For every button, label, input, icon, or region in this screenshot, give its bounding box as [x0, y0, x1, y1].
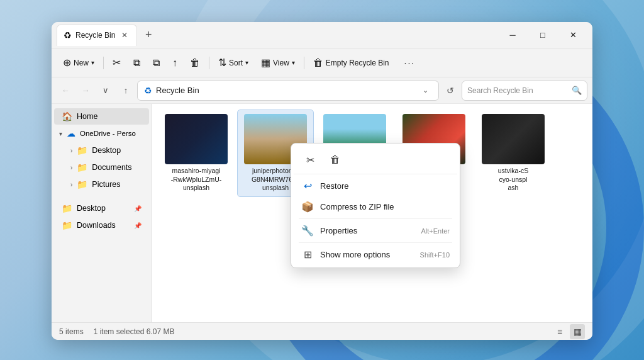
new-label: New	[74, 59, 89, 67]
down-button[interactable]: ∨	[97, 82, 114, 99]
view-chevron-icon: ▾	[292, 59, 295, 66]
search-box[interactable]: Search Recycle Bin 🔍	[462, 81, 587, 101]
sidebar-item-desktop-pinned[interactable]: 📁 Desktop 📌	[54, 200, 149, 217]
sidebar-item-onedrive[interactable]: ▾ ☁ OneDrive - Perso	[54, 125, 149, 142]
tab-close-button[interactable]: ✕	[119, 30, 130, 41]
items-count: 5 items	[59, 327, 84, 336]
delete-button[interactable]: 🗑	[185, 53, 205, 73]
sidebar-item-downloads[interactable]: 📁 Downloads 📌	[54, 217, 149, 233]
file-thumb-0	[165, 114, 228, 164]
minimize-button[interactable]: ─	[498, 25, 527, 45]
back-button[interactable]: ←	[57, 82, 74, 99]
sidebar-documents-label: Documents	[92, 163, 131, 172]
view-label: View	[273, 59, 289, 67]
sort-button[interactable]: ⇅ Sort ▾	[213, 53, 253, 73]
active-tab[interactable]: ♻ Recycle Bin ✕	[57, 25, 137, 46]
onedrive-icon: ☁	[67, 128, 75, 138]
sort-icon: ⇅	[218, 57, 226, 69]
new-button[interactable]: ⊕ New ▾	[58, 53, 99, 73]
ctx-more-shortcut: Shift+F10	[420, 251, 450, 259]
ctx-separator-1	[299, 218, 452, 219]
ctx-zip-item[interactable]: 📦 Compress to ZIP file	[294, 196, 457, 217]
cut-button[interactable]: ✂	[108, 53, 126, 73]
new-icon: ⊕	[63, 57, 71, 69]
copy-icon: ⧉	[133, 57, 140, 69]
home-icon: 🏠	[62, 111, 72, 121]
address-bar[interactable]: ♻ Recycle Bin ⌄	[137, 81, 439, 101]
cut-icon: ✂	[113, 57, 121, 69]
desktop-icon: 📁	[77, 145, 87, 155]
sidebar-onedrive-label: OneDrive - Perso	[80, 130, 136, 137]
up-button[interactable]: ↑	[117, 82, 135, 99]
file-content-area: masahiro-miyagi-RwkWpIuLZmU-unsplash jun…	[152, 104, 592, 322]
ctx-more-label: Show more options	[320, 250, 390, 259]
ctx-separator-2	[299, 242, 452, 243]
list-view-button[interactable]: ≡	[552, 324, 567, 339]
copy-button[interactable]: ⧉	[128, 53, 145, 73]
file-name-0: masahiro-miyagi-RwkWpIuLZmU-unsplash	[171, 167, 222, 193]
empty-recycle-label: Empty Recycle Bin	[326, 59, 389, 67]
maximize-button[interactable]: □	[528, 25, 557, 45]
view-icon: ▦	[261, 57, 270, 69]
onedrive-expand-icon: ▾	[59, 130, 62, 137]
documents-icon: 📁	[77, 162, 87, 172]
sidebar-item-desktop[interactable]: › 📁 Desktop	[54, 142, 149, 159]
selection-info: 1 item selected 6.07 MB	[94, 327, 175, 336]
addressbar: ← → ∨ ↑ ♻ Recycle Bin ⌄ ↺ Search Recycle…	[52, 77, 592, 104]
more-options-button[interactable]: ···	[399, 53, 421, 73]
pin-icon: 📌	[134, 205, 142, 212]
search-placeholder: Search Recycle Bin	[467, 86, 533, 95]
ctx-restore-item[interactable]: ↩ Restore	[294, 176, 457, 196]
close-button[interactable]: ✕	[558, 25, 587, 45]
statusbar: 5 items 1 item selected 6.07 MB ≡ ▦	[52, 322, 592, 340]
ctx-zip-label: Compress to ZIP file	[320, 202, 394, 211]
sort-label: Sort	[229, 59, 243, 67]
ctx-restore-icon: ↩	[301, 180, 314, 192]
sidebar-item-home[interactable]: 🏠 Home	[54, 108, 149, 125]
new-chevron-icon: ▾	[91, 59, 94, 66]
toolbar: ⊕ New ▾ ✂ ⧉ ⧉ ↑ 🗑 ⇅ Sort ▾ ▦ View ▾	[52, 48, 592, 77]
ctx-delete-button[interactable]: 🗑	[325, 150, 345, 170]
ctx-restore-label: Restore	[320, 181, 349, 191]
address-icon: ♻	[144, 86, 152, 96]
file-thumb-4	[482, 114, 545, 164]
sidebar-item-pictures[interactable]: › 📁 Pictures	[54, 176, 149, 193]
titlebar: ♻ Recycle Bin ✕ + ─ □ ✕	[52, 22, 592, 48]
statusbar-view-controls: ≡ ▦	[552, 324, 585, 339]
sidebar-pictures-label: Pictures	[92, 180, 120, 189]
share-button[interactable]: ↑	[167, 53, 182, 73]
file-item-4[interactable]: ustvika-cScyo-unsplash	[475, 110, 551, 196]
desktop-expand-icon: ›	[70, 147, 72, 154]
empty-recycle-button[interactable]: 🗑 Empty Recycle Bin	[308, 53, 394, 73]
forward-button[interactable]: →	[77, 82, 94, 99]
refresh-button[interactable]: ↺	[441, 82, 459, 99]
grid-view-button[interactable]: ▦	[570, 324, 585, 339]
ctx-properties-label: Properties	[320, 226, 357, 235]
ctx-properties-icon: 🔧	[301, 225, 314, 237]
context-menu: ✂ 🗑 ↩ Restore 📦 Compress to ZIP file 🔧	[291, 143, 460, 268]
new-tab-button[interactable]: +	[140, 26, 157, 44]
downloads-icon: 📁	[62, 220, 72, 230]
ctx-zip-icon: 📦	[301, 201, 314, 213]
tab-title: Recycle Bin	[75, 31, 115, 40]
separator-3	[304, 57, 304, 69]
ctx-more-icon: ⊞	[301, 249, 314, 261]
window-controls: ─ □ ✕	[498, 25, 587, 45]
separator-1	[103, 57, 104, 69]
file-name-4: ustvika-cScyo-unsplash	[498, 167, 528, 193]
address-dropdown-icon[interactable]: ⌄	[418, 84, 432, 98]
view-button[interactable]: ▦ View ▾	[256, 53, 300, 73]
ctx-cut-button[interactable]: ✂	[300, 150, 320, 170]
pictures-expand-icon: ›	[70, 181, 72, 188]
sidebar-item-documents[interactable]: › 📁 Documents	[54, 159, 149, 176]
sidebar: 🏠 Home ▾ ☁ OneDrive - Perso › 📁 Desktop …	[52, 104, 152, 322]
ctx-delete-icon: 🗑	[330, 154, 340, 166]
tab-recycle-icon: ♻	[64, 30, 72, 40]
context-menu-toolbar: ✂ 🗑	[294, 146, 457, 174]
downloads-pin-icon: 📌	[134, 222, 142, 229]
file-item-0[interactable]: masahiro-miyagi-RwkWpIuLZmU-unsplash	[158, 110, 234, 196]
ctx-cut-icon: ✂	[306, 154, 314, 166]
paste-button[interactable]: ⧉	[148, 53, 165, 73]
ctx-more-options-item[interactable]: ⊞ Show more options Shift+F10	[294, 244, 457, 265]
ctx-properties-item[interactable]: 🔧 Properties Alt+Enter	[294, 220, 457, 241]
